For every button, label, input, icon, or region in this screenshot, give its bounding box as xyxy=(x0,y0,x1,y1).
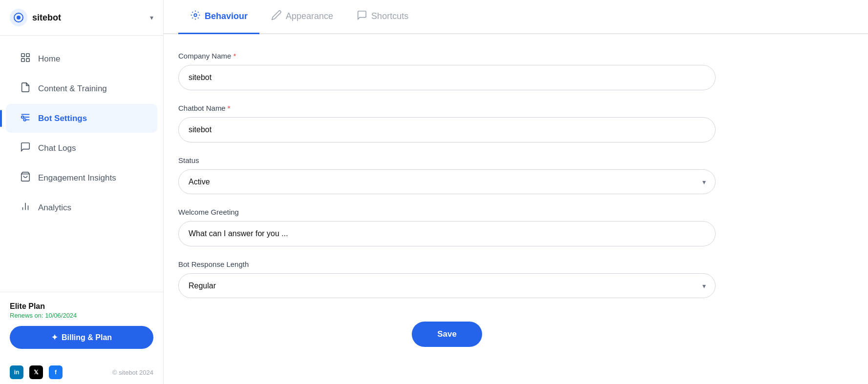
home-icon xyxy=(20,52,31,65)
plan-info: Elite Plan Renews on: 10/06/2024 xyxy=(10,302,153,319)
billing-star-icon: ✦ xyxy=(51,333,58,342)
behaviour-tab-icon xyxy=(190,10,201,23)
sidebar-item-content-training-label: Content & Training xyxy=(38,84,107,94)
sidebar-item-bot-settings-label: Bot Settings xyxy=(38,114,87,123)
bot-response-length-select[interactable]: Short Regular Long xyxy=(178,273,716,298)
tab-shortcuts-label: Shortcuts xyxy=(371,11,408,21)
chatbot-name-group: Chatbot Name * xyxy=(178,104,716,142)
svg-rect-3 xyxy=(26,54,29,57)
sidebar-nav: Home Content & Training Bot xyxy=(0,36,163,292)
sidebar-item-engagement-insights-label: Engagement Insights xyxy=(38,173,116,183)
sidebar-item-home[interactable]: Home xyxy=(6,44,157,73)
svg-point-9 xyxy=(21,116,24,119)
chatbot-name-required: * xyxy=(228,104,231,112)
chat-logs-icon xyxy=(20,141,31,155)
tab-appearance[interactable]: Appearance xyxy=(259,0,345,34)
engagement-insights-icon xyxy=(20,171,31,184)
sidebar-item-analytics[interactable]: Analytics xyxy=(6,193,157,222)
shortcuts-tab-icon xyxy=(357,10,367,23)
facebook-link[interactable]: f xyxy=(49,365,63,379)
sidebar-footer: in 𝕏 f © sitebot 2024 xyxy=(0,359,163,384)
billing-plan-button[interactable]: ✦ Billing & Plan xyxy=(10,326,153,349)
sidebar-item-home-label: Home xyxy=(38,54,60,64)
linkedin-link[interactable]: in xyxy=(10,365,23,379)
main-content: Behaviour Appearance Shortcuts Company N… xyxy=(164,0,868,384)
behaviour-form: Company Name * Chatbot Name * Status Act… xyxy=(164,34,730,379)
brand-icon xyxy=(10,9,27,26)
company-name-required: * xyxy=(233,52,236,60)
billing-btn-label: Billing & Plan xyxy=(62,333,112,342)
tab-behaviour-label: Behaviour xyxy=(205,11,248,21)
sidebar-bottom: Elite Plan Renews on: 10/06/2024 ✦ Billi… xyxy=(0,292,163,359)
sidebar-item-engagement-insights[interactable]: Engagement Insights xyxy=(6,163,157,192)
svg-rect-2 xyxy=(21,54,24,57)
tab-behaviour[interactable]: Behaviour xyxy=(178,0,259,34)
brand-dropdown-chevron[interactable]: ▾ xyxy=(150,14,153,21)
sidebar-item-chat-logs[interactable]: Chat Logs xyxy=(6,134,157,162)
sidebar-item-analytics-label: Analytics xyxy=(38,203,71,213)
save-button[interactable]: Save xyxy=(412,322,482,347)
chatbot-name-label: Chatbot Name * xyxy=(178,104,716,112)
svg-point-15 xyxy=(194,14,197,17)
welcome-greeting-group: Welcome Greeting xyxy=(178,208,716,246)
appearance-tab-icon xyxy=(271,10,282,23)
svg-point-1 xyxy=(17,16,21,20)
analytics-icon xyxy=(20,201,31,214)
plan-renew: Renews on: 10/06/2024 xyxy=(10,312,153,319)
plan-name: Elite Plan xyxy=(10,302,153,311)
copyright-text: © sitebot 2024 xyxy=(112,369,153,376)
bot-response-length-group: Bot Response Length Short Regular Long ▾ xyxy=(178,260,716,298)
chatbot-name-input[interactable] xyxy=(178,117,716,142)
svg-rect-4 xyxy=(21,59,24,61)
sidebar-header: sitebot ▾ xyxy=(0,0,163,36)
tabs-bar: Behaviour Appearance Shortcuts xyxy=(164,0,868,34)
save-row: Save xyxy=(178,312,716,362)
status-group: Status Active Inactive ▾ xyxy=(178,156,716,194)
brand-name: sitebot xyxy=(32,13,61,23)
status-select[interactable]: Active Inactive xyxy=(178,169,716,194)
svg-point-10 xyxy=(23,119,26,121)
brand: sitebot xyxy=(10,9,61,26)
status-select-wrapper: Active Inactive ▾ xyxy=(178,169,716,194)
social-links: in 𝕏 f xyxy=(10,365,63,379)
status-label: Status xyxy=(178,156,716,164)
bot-settings-icon xyxy=(20,112,31,125)
sidebar-item-content-training[interactable]: Content & Training xyxy=(6,74,157,103)
bot-response-length-select-wrapper: Short Regular Long ▾ xyxy=(178,273,716,298)
content-training-icon xyxy=(20,82,31,95)
sidebar-item-chat-logs-label: Chat Logs xyxy=(38,143,76,153)
svg-rect-5 xyxy=(26,59,29,61)
bot-response-length-label: Bot Response Length xyxy=(178,260,716,268)
x-link[interactable]: 𝕏 xyxy=(29,365,43,379)
tab-shortcuts[interactable]: Shortcuts xyxy=(345,0,420,34)
sidebar: sitebot ▾ Home Content & Tr xyxy=(0,0,164,384)
company-name-group: Company Name * xyxy=(178,52,716,90)
tab-appearance-label: Appearance xyxy=(286,11,333,21)
welcome-greeting-label: Welcome Greeting xyxy=(178,208,716,216)
sidebar-item-bot-settings[interactable]: Bot Settings xyxy=(6,104,157,133)
company-name-label: Company Name * xyxy=(178,52,716,60)
welcome-greeting-input[interactable] xyxy=(178,221,716,246)
company-name-input[interactable] xyxy=(178,65,716,90)
